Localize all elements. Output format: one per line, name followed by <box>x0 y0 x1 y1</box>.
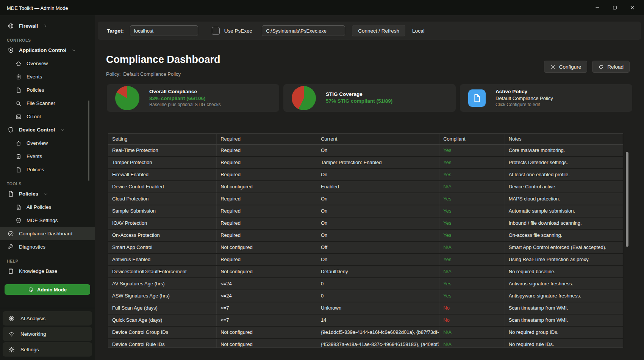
search-icon <box>16 100 22 106</box>
table-row[interactable]: Antivirus EnabledRequiredOnYesUsing Real… <box>108 254 623 266</box>
sidebar-section-help: HELP <box>0 258 95 265</box>
cell-current: 14 <box>317 315 439 326</box>
table-row[interactable]: Full Scan Age (days)<=7UnknownNoScan tim… <box>108 302 623 315</box>
table-row[interactable]: Quick Scan Age (days)<=714NoScan timesta… <box>108 315 623 327</box>
minimize-button[interactable] <box>589 0 606 15</box>
cell-setting: Cloud Protection <box>108 193 216 205</box>
table-row[interactable]: ASW Signatures Age (hrs)<=240YesAntispyw… <box>108 290 623 302</box>
table-row[interactable]: Device Control EnabledNot configuredEnab… <box>108 181 623 193</box>
brain-icon <box>8 315 15 322</box>
table-row[interactable]: On-Access ProtectionRequiredOnYesOn-acce… <box>108 230 623 242</box>
table-row[interactable]: IOAV ProtectionRequiredOnYesInbound / fi… <box>108 218 623 230</box>
sidebar-item-label: Overview <box>27 140 48 146</box>
sidebar-item-policies[interactable]: Policies <box>0 83 95 97</box>
table-row[interactable]: Firewall EnabledRequiredOnYesAt least on… <box>108 169 623 181</box>
cell-current: On <box>317 145 439 156</box>
cell-setting: Device Control Enabled <box>108 181 216 193</box>
sidebar-item-overview[interactable]: Overview <box>0 57 95 70</box>
cell-required: Required <box>216 230 317 241</box>
table-row[interactable]: DeviceControlDefaultEnforcementNot confi… <box>108 266 623 278</box>
sidebar-item-events[interactable]: Events <box>0 150 95 163</box>
cell-compliant: No <box>439 302 504 314</box>
sidebar-nav: FirewallCONTROLSApplication ControlOverv… <box>0 15 95 278</box>
table-row[interactable]: Smart App ControlNot configuredOffN/ASma… <box>108 242 623 254</box>
sidebar-item-file-scanner[interactable]: File Scanner <box>0 97 95 110</box>
cell-required: Required <box>216 145 317 156</box>
sidebar-item-settings[interactable]: Settings <box>3 342 92 357</box>
admin-mode-button[interactable]: Admin Mode <box>5 284 90 295</box>
close-button[interactable] <box>624 0 641 15</box>
cell-compliant: N/A <box>439 339 504 348</box>
sidebar-item-diagnostics[interactable]: Diagnostics <box>0 240 95 254</box>
sidebar-item-label: Events <box>27 153 42 159</box>
table-row[interactable]: Real-Time ProtectionRequiredOnYesCore ma… <box>108 145 623 157</box>
cell-required: Required <box>216 157 317 168</box>
sidebar-item-overview[interactable]: Overview <box>0 136 95 150</box>
cell-setting: Device Control Rule IDs <box>108 339 216 348</box>
target-input[interactable] <box>130 25 198 36</box>
maximize-button[interactable] <box>606 0 624 15</box>
table-row[interactable]: AV Signatures Age (hrs)<=240YesAntivirus… <box>108 278 623 290</box>
sidebar-item-mde-settings[interactable]: MDE Settings <box>0 214 95 227</box>
sidebar-item-label: Device Control <box>19 127 55 133</box>
sidebar-item-policies[interactable]: Policies <box>0 187 95 200</box>
table-row[interactable]: Sample SubmissionRequiredOnYesAutomatic … <box>108 205 623 218</box>
cell-setting: Device Control Group IDs <box>108 327 216 338</box>
connect-refresh-button[interactable]: Connect / Refresh <box>352 25 405 36</box>
policy-document-icon <box>468 89 486 107</box>
sidebar-scrollbar[interactable] <box>88 100 89 181</box>
cell-current: On <box>317 169 439 180</box>
sidebar-item-knowledge-base[interactable]: Knowledge Base <box>0 265 95 278</box>
sidebar-item-application-control[interactable]: Application Control <box>0 44 95 57</box>
table-row[interactable]: Device Control Rule IDsNot configured{45… <box>108 339 623 348</box>
cell-notes: MAPS cloud protection. <box>505 193 623 205</box>
psexec-path-input[interactable] <box>262 25 345 36</box>
configure-button[interactable]: Configure <box>544 61 588 73</box>
cell-setting: Smart App Control <box>108 242 216 253</box>
cell-compliant: Yes <box>439 205 504 217</box>
active-policy-card: Active Policy Default Compliance Policy … <box>460 84 632 112</box>
cell-current: On <box>317 218 439 229</box>
table-row[interactable]: Tamper ProtectionRequiredTamper Protecti… <box>108 157 623 169</box>
cell-compliant: Yes <box>439 193 504 205</box>
cell-setting: Firewall Enabled <box>108 169 216 180</box>
compliance-table: SettingRequiredCurrentCompliantNotesReal… <box>108 133 623 348</box>
reload-button[interactable]: Reload <box>592 61 630 73</box>
cell-current: 0 <box>317 290 439 302</box>
sidebar-item-events[interactable]: Events <box>0 70 95 83</box>
table-scrollbar-thumb[interactable] <box>626 152 628 247</box>
gear-icon <box>550 64 556 70</box>
policy-label: Policy: <box>106 71 120 77</box>
column-header-setting: Setting <box>108 134 216 144</box>
sidebar-item-label: Events <box>27 74 42 80</box>
sidebar-item-policies[interactable]: Policies <box>0 163 95 176</box>
table-row[interactable]: Device Control Group IDsNot configured{9… <box>108 327 623 339</box>
table-row[interactable]: Cloud ProtectionRequiredOnYesMAPS cloud … <box>108 193 623 205</box>
sidebar-item-networking[interactable]: Networking <box>3 327 92 341</box>
table-scrollbar[interactable] <box>626 152 629 247</box>
cell-current: On <box>317 254 439 265</box>
sidebar-item-ai-analysis[interactable]: AI Analysis <box>3 311 92 326</box>
card-policy-hint: Click Configure to edit <box>496 102 553 107</box>
document-icon <box>16 167 22 173</box>
sidebar-item-compliance-dashboard[interactable]: Compliance Dashboard <box>0 227 95 240</box>
book-icon <box>8 268 14 274</box>
cell-notes: On-access file scanning. <box>505 230 623 241</box>
sidebar-item-all-policies[interactable]: All Policies <box>0 200 95 214</box>
sidebar-item-citool[interactable]: CiTool <box>0 110 95 123</box>
cell-setting: On-Access Protection <box>108 230 216 241</box>
cell-setting: Sample Submission <box>108 205 216 217</box>
sidebar-item-firewall[interactable]: Firewall <box>0 19 95 33</box>
sidebar-item-label: Policies <box>27 87 44 93</box>
cell-required: Not configured <box>216 242 317 253</box>
connect-refresh-label: Connect / Refresh <box>358 28 399 34</box>
page-title: Compliance Dashboard <box>106 54 220 66</box>
sidebar-item-device-control[interactable]: Device Control <box>0 123 95 136</box>
use-psexec-checkbox[interactable] <box>212 27 220 35</box>
sidebar-section-controls: CONTROLS <box>0 37 95 44</box>
chevron-down-icon <box>44 192 48 196</box>
cell-compliant: Yes <box>439 290 504 302</box>
cell-current: Tamper Protection: Enabled <box>317 157 439 168</box>
cell-compliant: Yes <box>439 169 504 180</box>
cell-notes: Antivirus signature freshness. <box>505 278 623 290</box>
